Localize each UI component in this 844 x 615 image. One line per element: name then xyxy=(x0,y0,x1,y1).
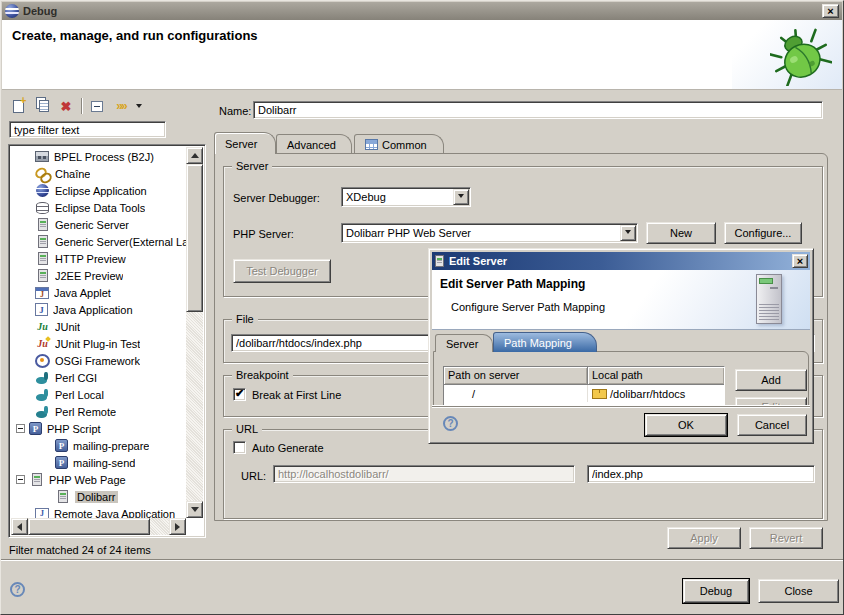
tree-horizontal-scrollbar[interactable] xyxy=(11,518,186,535)
tree-item[interactable]: JUnit xyxy=(11,318,187,335)
filter-button[interactable] xyxy=(112,97,130,115)
edit-server-dialog: Edit Server × Edit Server Path Mapping C… xyxy=(428,248,814,444)
tree-item[interactable]: BPEL Process (B2J) xyxy=(11,148,187,165)
delete-button[interactable] xyxy=(57,97,75,115)
collapse-all-button[interactable] xyxy=(88,97,106,115)
tree-item[interactable]: Eclipse Application xyxy=(11,182,187,199)
close-button[interactable]: Close xyxy=(758,579,839,603)
server-icon xyxy=(58,490,68,503)
tree-item[interactable]: Perl Local xyxy=(11,386,187,403)
table-header-row: Path on server Local path xyxy=(444,367,724,385)
server-icon xyxy=(38,252,48,265)
name-label: Name: xyxy=(219,105,251,117)
perl-camel-icon xyxy=(35,388,50,402)
filter-menu-caret[interactable] xyxy=(136,104,142,111)
server-icon xyxy=(32,473,42,486)
arrow-right-icon xyxy=(175,523,184,531)
duplicate-button[interactable] xyxy=(33,97,51,115)
tree-item[interactable]: Perl CGI xyxy=(11,369,187,386)
window-close-button[interactable]: × xyxy=(822,4,839,18)
server-icon xyxy=(435,255,444,267)
new-configuration-button[interactable] xyxy=(9,97,27,115)
banner-title: Create, manage, and run configurations xyxy=(12,28,258,43)
junit-icon xyxy=(35,320,50,334)
name-input[interactable] xyxy=(253,101,823,119)
tree-item[interactable]: OSGi Framework xyxy=(11,352,187,369)
server-tower-icon xyxy=(756,274,782,324)
collapse-expander-icon[interactable] xyxy=(16,475,25,484)
eclipse-logo-icon xyxy=(5,4,19,18)
java-application-icon xyxy=(35,303,48,316)
tab-common[interactable]: Common xyxy=(354,134,444,154)
table-icon xyxy=(365,139,378,150)
help-button[interactable] xyxy=(10,582,25,597)
toolbar-separator xyxy=(81,98,82,114)
add-mapping-button[interactable]: Add xyxy=(735,369,807,391)
tree-item[interactable]: Java Application xyxy=(11,301,187,318)
banner: Create, manage, and run configurations xyxy=(2,20,842,90)
dialog-titlebar[interactable]: Edit Server × xyxy=(432,252,810,270)
folder-icon xyxy=(592,389,606,399)
dialog-header: Edit Server Path Mapping Configure Serve… xyxy=(432,270,810,330)
dialog-tab-path-mapping[interactable]: Path Mapping xyxy=(493,332,597,352)
tree-item[interactable]: Chaîne xyxy=(11,165,187,182)
tree-item[interactable]: mailing-prepare xyxy=(11,437,187,454)
collapse-expander-icon[interactable] xyxy=(16,424,25,433)
ok-button[interactable]: OK xyxy=(645,414,727,436)
php-icon xyxy=(55,439,68,452)
php-icon xyxy=(29,422,42,435)
tree-item[interactable]: mailing-send xyxy=(11,454,187,471)
tree-item[interactable]: Java Applet xyxy=(11,284,187,301)
tree-item[interactable]: JUnit Plug-in Test xyxy=(11,335,187,352)
scrollbar-thumb[interactable] xyxy=(186,164,203,312)
perl-camel-icon xyxy=(35,371,50,385)
tree-item[interactable]: Generic Server xyxy=(11,216,187,233)
chain-icon xyxy=(35,167,50,181)
configurations-toolbar xyxy=(9,95,142,117)
dialog-heading: Edit Server Path Mapping xyxy=(440,277,585,291)
scrollbar-thumb[interactable] xyxy=(28,518,150,535)
server-icon xyxy=(38,218,48,231)
tree-item[interactable]: Eclipse Data Tools xyxy=(11,199,187,216)
tree-item[interactable]: Perl Remote xyxy=(11,403,187,420)
window-titlebar[interactable]: Debug × xyxy=(2,2,842,20)
tree-viewport[interactable]: BPEL Process (B2J) Chaîne Eclipse Applic… xyxy=(11,147,203,535)
table-row[interactable]: / /dolibarr/htdocs xyxy=(444,385,724,402)
dialog-help-button[interactable] xyxy=(443,416,458,431)
window-title: Debug xyxy=(23,5,57,17)
arrow-left-icon xyxy=(13,523,22,531)
server-icon xyxy=(38,235,48,248)
scroll-down-button[interactable] xyxy=(186,501,203,518)
dialog-subheading: Configure Server Path Mapping xyxy=(451,301,605,313)
server-icon xyxy=(38,269,48,282)
filter-status: Filter matched 24 of 24 items xyxy=(9,544,151,556)
tree-vertical-scrollbar[interactable] xyxy=(186,147,203,518)
junit-plugin-icon xyxy=(35,337,50,351)
tree-item-selected[interactable]: Dolibarr xyxy=(11,488,187,505)
tab-server[interactable]: Server xyxy=(214,132,276,154)
scroll-right-button[interactable] xyxy=(169,518,186,535)
dialog-tab-server[interactable]: Server xyxy=(435,334,493,352)
debug-button[interactable]: Debug xyxy=(683,579,749,603)
column-local-path[interactable]: Local path xyxy=(588,367,724,385)
scroll-left-button[interactable] xyxy=(11,518,28,535)
tree-item[interactable]: Generic Server(External La xyxy=(11,233,187,250)
perl-camel-icon xyxy=(35,405,50,419)
footer-separator xyxy=(1,559,843,561)
dialog-close-button[interactable]: × xyxy=(792,254,808,268)
path-mapping-table[interactable]: Path on server Local path / /dolibarr/ht… xyxy=(443,366,725,410)
tab-advanced[interactable]: Advanced xyxy=(276,134,352,154)
filter-input[interactable] xyxy=(9,121,166,138)
column-path-on-server[interactable]: Path on server xyxy=(444,367,588,385)
duplicate-icon xyxy=(39,100,49,112)
eclipse-application-icon xyxy=(36,184,49,197)
tree-item[interactable]: PHP Web Page xyxy=(11,471,187,488)
tree-item[interactable]: J2EE Preview xyxy=(11,267,187,284)
debug-bug-icon xyxy=(770,26,832,86)
cancel-button[interactable]: Cancel xyxy=(737,414,807,436)
configurations-tree: BPEL Process (B2J) Chaîne Eclipse Applic… xyxy=(8,144,206,538)
scroll-up-button[interactable] xyxy=(186,147,203,164)
tree-item[interactable]: PHP Script xyxy=(11,420,187,437)
tree-item[interactable]: HTTP Preview xyxy=(11,250,187,267)
apply-button: Apply xyxy=(667,527,741,549)
